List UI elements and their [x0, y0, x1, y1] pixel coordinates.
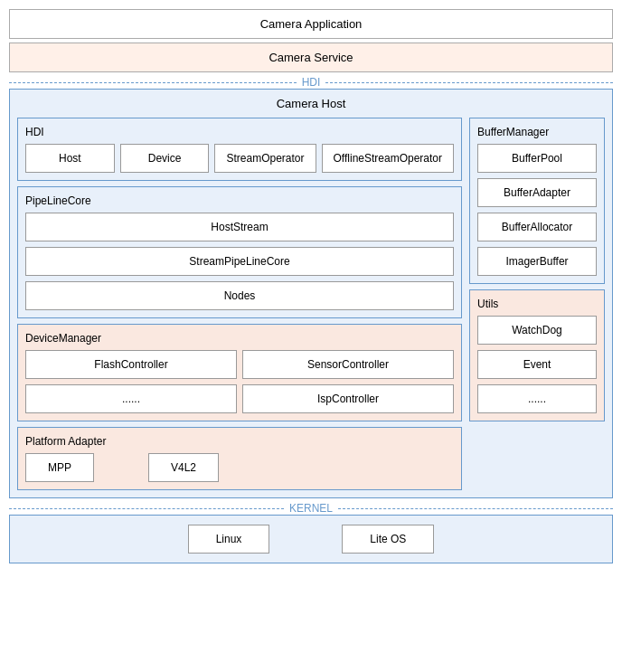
platform-section-title: Platform Adapter	[25, 435, 454, 448]
platform-section: Platform Adapter MPP V4L2	[17, 427, 462, 490]
right-column: BufferManager BufferPool BufferAdapter B…	[469, 118, 605, 490]
utils-items: WatchDog Event ......	[477, 316, 597, 413]
device-section: DeviceManager FlashController SensorCont…	[17, 324, 462, 421]
hdi-right-line	[325, 82, 613, 83]
utils-item-watchdog: WatchDog	[477, 316, 597, 345]
buffer-manager-title: BufferManager	[477, 126, 597, 138]
kernel-divider-row: KERNEL	[9, 502, 613, 515]
camera-host-title: Camera Host	[17, 97, 605, 110]
camera-host-outer: Camera Host HDI Host Device Stre	[9, 89, 613, 498]
pipeline-item-nodes: Nodes	[25, 281, 454, 310]
platform-item-mpp: MPP	[25, 453, 94, 482]
platform-item-v4l2: V4L2	[148, 453, 219, 482]
kernel-left-line	[9, 508, 284, 509]
kernel-items: Linux Lite OS	[19, 525, 603, 554]
pipeline-item-hoststream: HostStream	[25, 213, 454, 241]
hdi-label: HDI	[297, 76, 326, 89]
kernel-box: Linux Lite OS	[9, 515, 613, 563]
device-grid: FlashController SensorController ...... …	[25, 350, 454, 413]
pipeline-section: PipeLineCore HostStream StreamPipeLineCo…	[17, 186, 462, 318]
buffer-item-pool: BufferPool	[477, 144, 597, 173]
utils-item-event: Event	[477, 350, 597, 379]
buffer-items: BufferPool BufferAdapter BufferAllocator…	[477, 144, 597, 276]
utils-section: Utils WatchDog Event ......	[469, 289, 605, 421]
kernel-item-liteos: Lite OS	[342, 525, 434, 554]
diagram-wrapper: Camera Application Camera Service HDI Ca…	[0, 0, 622, 573]
camera-service-label: Camera Service	[269, 51, 353, 64]
buffer-item-imager: ImagerBuffer	[477, 247, 597, 276]
buffer-item-adapter: BufferAdapter	[477, 178, 597, 207]
hdi-items: Host Device StreamOperator OfflineStream…	[25, 144, 454, 173]
camera-application-label: Camera Application	[260, 17, 363, 31]
kernel-item-linux: Linux	[188, 525, 270, 554]
left-column: HDI Host Device StreamOperator OfflineSt…	[17, 118, 462, 490]
platform-items: MPP V4L2	[25, 453, 454, 482]
kernel-label: KERNEL	[284, 502, 338, 515]
device-item-sensor: SensorController	[242, 350, 454, 379]
hdi-item-stream-operator: StreamOperator	[214, 144, 316, 173]
device-item-dots: ......	[25, 384, 237, 413]
buffer-item-allocator: BufferAllocator	[477, 213, 597, 241]
hdi-item-device: Device	[120, 144, 210, 173]
hdi-divider-row: HDI	[9, 76, 613, 89]
device-section-title: DeviceManager	[25, 332, 454, 345]
hdi-section: HDI Host Device StreamOperator OfflineSt…	[17, 118, 462, 181]
camera-application-box: Camera Application	[9, 9, 613, 39]
camera-host-inner: HDI Host Device StreamOperator OfflineSt…	[17, 118, 605, 490]
buffer-manager-section: BufferManager BufferPool BufferAdapter B…	[469, 118, 605, 284]
utils-section-title: Utils	[477, 298, 597, 310]
hdi-item-offline-stream-operator: OfflineStreamOperator	[322, 144, 455, 173]
kernel-right-line	[338, 508, 613, 509]
device-item-flash: FlashController	[25, 350, 237, 379]
utils-item-dots: ......	[477, 384, 597, 413]
hdi-left-line	[9, 82, 297, 83]
hdi-item-host: Host	[25, 144, 115, 173]
device-item-isp: IspController	[242, 384, 454, 413]
pipeline-section-title: PipeLineCore	[25, 194, 454, 207]
pipeline-items: HostStream StreamPipeLineCore Nodes	[25, 213, 454, 310]
hdi-section-title: HDI	[25, 126, 454, 138]
pipeline-item-streampipelinecore: StreamPipeLineCore	[25, 247, 454, 276]
camera-service-box: Camera Service	[9, 43, 613, 72]
